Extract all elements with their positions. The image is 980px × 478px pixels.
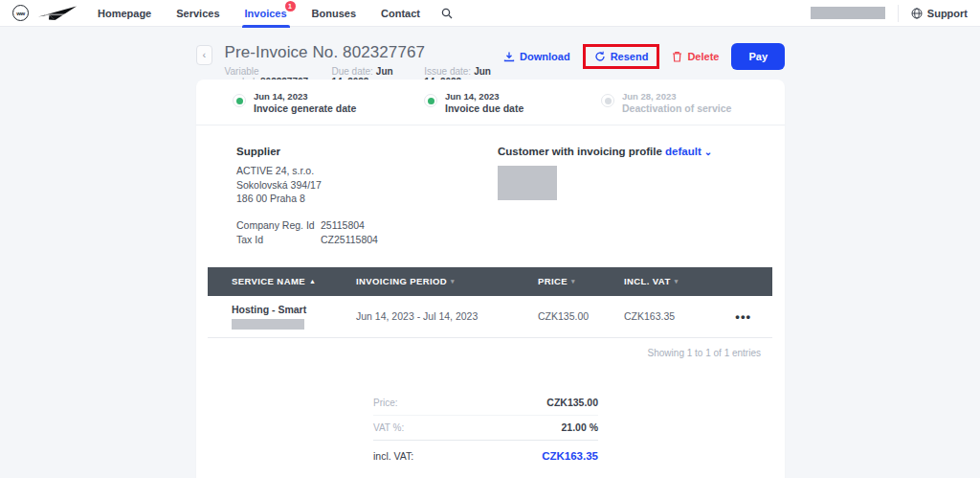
nav-item-contact[interactable]: Contact	[381, 0, 420, 27]
supplier-block: Supplier ACTIVE 24, s.r.o. Sokolovská 39…	[236, 146, 498, 247]
sort-asc-icon: ▲	[309, 278, 316, 285]
invoicing-profile-dropdown[interactable]: default⌄	[665, 146, 712, 157]
cell-price: CZK135.00	[538, 296, 624, 338]
col-header-price[interactable]: PRICE▾	[538, 267, 624, 296]
pay-button[interactable]: Pay	[731, 43, 785, 70]
milestone-label: Deactivation of service	[622, 102, 731, 114]
cell-incl-vat: CZK163.35	[624, 296, 729, 338]
sort-icon: ▾	[675, 278, 679, 285]
nav-item-invoices[interactable]: Invoices 1	[245, 0, 287, 27]
supplier-city: 186 00 Praha 8	[236, 192, 498, 206]
row-menu-ellipsis-icon[interactable]: •••	[729, 296, 772, 338]
invoice-timeline: Jun 14, 2023 Invoice generate date Jun 1…	[196, 80, 785, 125]
download-icon	[503, 51, 515, 62]
nav-divider	[898, 5, 899, 22]
trash-icon	[672, 51, 682, 62]
milestone-label: Invoice due date	[445, 102, 523, 114]
service-name: Hosting - Smart	[232, 304, 356, 315]
services-table: SERVICE NAME▲ INVOICING PERIOD▾ PRICE▾ I…	[208, 267, 772, 339]
cell-service-name: Hosting - Smart	[208, 296, 356, 338]
company-reg-value: 25115804	[321, 218, 365, 233]
supplier-heading: Supplier	[236, 146, 498, 157]
delete-button[interactable]: Delete	[672, 51, 719, 62]
resend-button[interactable]: Resend	[594, 51, 649, 62]
sort-icon: ▾	[451, 278, 455, 285]
supplier-name: ACTIVE 24, s.r.o.	[236, 164, 498, 178]
customer-heading: Customer with invoicing profile	[498, 146, 662, 157]
resend-label: Resend	[611, 51, 649, 62]
nav-item-homepage[interactable]: Homepage	[98, 0, 151, 27]
milestone-date: Jun 14, 2023	[445, 91, 523, 102]
top-navbar: ww Homepage Services Invoices 1 Bonuses …	[0, 0, 980, 27]
profile-value: default	[665, 146, 702, 157]
col-header-actions	[729, 267, 772, 296]
nav-label: Contact	[381, 8, 420, 19]
milestone-generate-date: Jun 14, 2023 Invoice generate date	[233, 91, 424, 114]
brand-circle-icon[interactable]: ww	[12, 5, 29, 21]
summary-vat-row: VAT %: 21.00 %	[373, 416, 598, 441]
total-value: CZK163.35	[542, 450, 598, 462]
invoices-count-badge: 1	[285, 1, 296, 11]
nav-label: Invoices	[245, 8, 287, 19]
resend-refresh-icon	[594, 51, 606, 62]
main-nav: Homepage Services Invoices 1 Bonuses Con…	[98, 0, 420, 27]
brand-plane-icon[interactable]	[36, 5, 78, 21]
company-reg-row: Company Reg. Id 25115804	[236, 218, 498, 233]
totals-summary: Price: CZK135.00 VAT %: 21.00 % incl. VA…	[373, 391, 598, 468]
support-button[interactable]: Support	[911, 8, 968, 19]
globe-icon	[911, 8, 923, 19]
chevron-down-icon: ⌄	[704, 147, 712, 157]
nav-label: Services	[176, 8, 219, 19]
milestone-date: Jun 14, 2023	[254, 91, 356, 102]
support-label: Support	[927, 8, 968, 19]
summary-total-row: incl. VAT: CZK163.35	[373, 440, 598, 468]
user-name-redacted[interactable]	[811, 7, 885, 19]
milestone-date: Jun 28, 2023	[622, 91, 731, 102]
back-button[interactable]: ‹	[196, 45, 212, 65]
delete-label: Delete	[687, 51, 719, 62]
company-reg-label: Company Reg. Id	[236, 218, 321, 233]
table-row: Hosting - Smart Jun 14, 2023 - Jul 14, 2…	[208, 296, 772, 338]
download-button[interactable]: Download	[503, 51, 570, 62]
resend-annotation-box: Resend	[583, 44, 660, 69]
active-tab-underline	[242, 25, 290, 28]
summary-price-row: Price: CZK135.00	[373, 391, 598, 416]
milestone-dot-pending-icon	[601, 94, 614, 107]
summary-label: Price:	[373, 398, 398, 408]
navbar-right: Support	[811, 5, 968, 22]
entries-count: Showing 1 to 1 of 1 entries	[196, 348, 761, 358]
milestone-deactivation: Jun 28, 2023 Deactivation of service	[601, 91, 766, 114]
col-header-incl-vat[interactable]: INCL. VAT▾	[624, 267, 729, 296]
nav-item-bonuses[interactable]: Bonuses	[312, 0, 356, 27]
sort-icon: ▾	[571, 278, 575, 285]
invoice-card: Jun 14, 2023 Invoice generate date Jun 1…	[196, 80, 785, 478]
summary-value: 21.00 %	[561, 421, 598, 433]
customer-details-redacted	[498, 166, 557, 200]
meta-label: Issue date:	[424, 66, 471, 77]
total-label: incl. VAT:	[373, 450, 413, 462]
summary-value: CZK135.00	[546, 397, 598, 408]
col-header-service-name[interactable]: SERVICE NAME▲	[208, 267, 356, 296]
tax-id-row: Tax Id CZ25115804	[236, 233, 498, 247]
download-label: Download	[520, 51, 570, 62]
supplier-street: Sokolovská 394/17	[236, 178, 498, 193]
summary-label: VAT %:	[373, 422, 404, 433]
milestone-label: Invoice generate date	[254, 102, 356, 114]
page-title: Pre-Invoice No. 802327767	[225, 43, 503, 62]
nav-label: Homepage	[98, 8, 151, 19]
meta-label: Due date:	[331, 66, 372, 77]
search-icon[interactable]	[441, 8, 453, 19]
header-actions: Download Resend Delete Pay	[503, 43, 785, 70]
nav-item-services[interactable]: Services	[176, 0, 219, 27]
cell-invoicing-period: Jun 14, 2023 - Jul 14, 2023	[356, 296, 538, 338]
parties-section: Supplier ACTIVE 24, s.r.o. Sokolovská 39…	[196, 125, 785, 247]
tax-id-label: Tax Id	[236, 233, 321, 247]
milestone-dot-done-icon	[233, 94, 246, 107]
tax-id-value: CZ25115804	[321, 233, 378, 247]
customer-block: Customer with invoicing profile default⌄	[498, 146, 766, 247]
col-header-invoicing-period[interactable]: INVOICING PERIOD▾	[356, 267, 538, 296]
nav-label: Bonuses	[312, 8, 356, 19]
milestone-dot-done-icon	[424, 94, 437, 107]
service-domain-redacted	[232, 319, 304, 330]
milestone-due-date: Jun 14, 2023 Invoice due date	[424, 91, 601, 114]
